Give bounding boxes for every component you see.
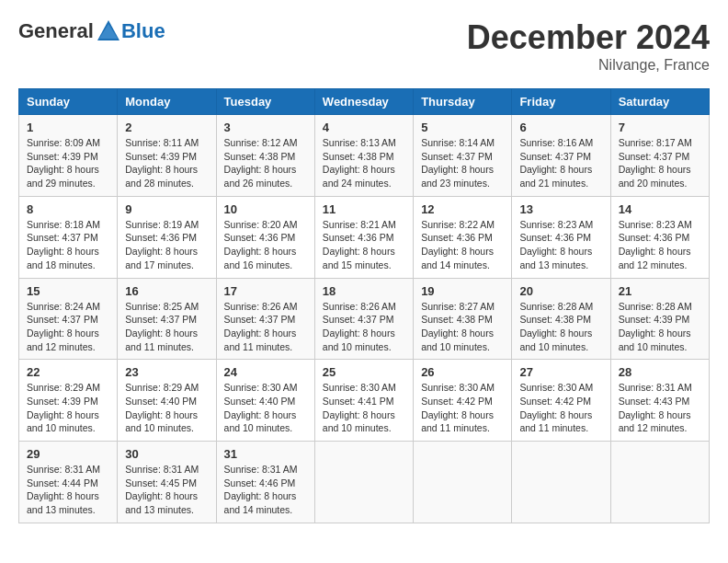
cell-sunrise: Sunrise: 8:30 AM <box>224 382 298 393</box>
svg-marker-1 <box>99 24 118 39</box>
cell-daylight: Daylight: 8 hours and 10 minutes. <box>619 327 691 352</box>
cell-sunrise: Sunrise: 8:31 AM <box>125 464 199 475</box>
day-number: 7 <box>619 121 701 134</box>
day-of-week-header: Thursday <box>414 89 512 115</box>
cell-sunset: Sunset: 4:36 PM <box>519 232 591 243</box>
calendar-cell: 1 Sunrise: 8:09 AM Sunset: 4:39 PM Dayli… <box>19 115 118 197</box>
cell-sunrise: Sunrise: 8:18 AM <box>27 219 100 230</box>
cell-sunset: Sunset: 4:37 PM <box>323 314 394 325</box>
day-number: 5 <box>421 121 504 134</box>
cell-sunrise: Sunrise: 8:21 AM <box>323 219 396 230</box>
cell-sunrise: Sunrise: 8:31 AM <box>619 382 692 393</box>
cell-daylight: Daylight: 8 hours and 16 minutes. <box>224 246 297 270</box>
cell-daylight: Daylight: 8 hours and 10 minutes. <box>323 409 395 434</box>
cell-sunset: Sunset: 4:36 PM <box>125 232 197 243</box>
cell-sunrise: Sunrise: 8:22 AM <box>421 219 495 230</box>
day-number: 8 <box>27 202 109 216</box>
day-number: 21 <box>619 284 701 298</box>
cell-daylight: Daylight: 8 hours and 11 minutes. <box>125 327 198 352</box>
calendar-cell: 4 Sunrise: 8:13 AM Sunset: 4:38 PM Dayli… <box>314 115 413 197</box>
calendar-cell: 20 Sunrise: 8:28 AM Sunset: 4:38 PM Dayl… <box>512 278 610 360</box>
calendar-cell: 2 Sunrise: 8:11 AM Sunset: 4:39 PM Dayli… <box>118 115 216 197</box>
cell-sunset: Sunset: 4:38 PM <box>519 314 591 325</box>
cell-daylight: Daylight: 8 hours and 13 minutes. <box>125 490 198 515</box>
day-number: 19 <box>421 284 504 298</box>
location-text: Nilvange, France <box>467 57 710 74</box>
cell-daylight: Daylight: 8 hours and 10 minutes. <box>224 409 297 434</box>
day-number: 6 <box>519 121 602 134</box>
cell-sunset: Sunset: 4:39 PM <box>27 151 98 162</box>
calendar-cell <box>314 442 413 523</box>
calendar-header-row: SundayMondayTuesdayWednesdayThursdayFrid… <box>19 89 710 115</box>
calendar-cell: 9 Sunrise: 8:19 AM Sunset: 4:36 PM Dayli… <box>118 196 216 278</box>
calendar-cell: 13 Sunrise: 8:23 AM Sunset: 4:36 PM Dayl… <box>512 196 610 278</box>
cell-daylight: Daylight: 8 hours and 10 minutes. <box>421 327 494 352</box>
cell-sunrise: Sunrise: 8:12 AM <box>224 137 298 148</box>
cell-sunset: Sunset: 4:42 PM <box>519 396 591 407</box>
cell-daylight: Daylight: 8 hours and 24 minutes. <box>323 164 395 189</box>
cell-sunset: Sunset: 4:40 PM <box>125 396 197 407</box>
calendar-week-row: 22 Sunrise: 8:29 AM Sunset: 4:39 PM Dayl… <box>19 360 710 442</box>
day-number: 22 <box>27 365 109 379</box>
calendar-cell: 31 Sunrise: 8:31 AM Sunset: 4:46 PM Dayl… <box>216 442 314 523</box>
cell-sunrise: Sunrise: 8:23 AM <box>619 219 692 230</box>
cell-sunrise: Sunrise: 8:30 AM <box>519 382 593 393</box>
calendar-cell: 25 Sunrise: 8:30 AM Sunset: 4:41 PM Dayl… <box>314 360 413 442</box>
day-number: 9 <box>125 202 208 216</box>
cell-sunrise: Sunrise: 8:16 AM <box>519 137 593 148</box>
cell-sunrise: Sunrise: 8:09 AM <box>27 137 100 148</box>
cell-sunset: Sunset: 4:41 PM <box>323 396 394 407</box>
cell-daylight: Daylight: 8 hours and 10 minutes. <box>519 327 592 352</box>
day-number: 20 <box>519 284 602 298</box>
day-of-week-header: Friday <box>512 89 610 115</box>
cell-daylight: Daylight: 8 hours and 18 minutes. <box>27 246 99 270</box>
day-number: 14 <box>619 202 701 216</box>
day-of-week-header: Wednesday <box>314 89 413 115</box>
cell-sunset: Sunset: 4:37 PM <box>519 151 591 162</box>
cell-sunset: Sunset: 4:46 PM <box>224 477 296 488</box>
calendar-week-row: 8 Sunrise: 8:18 AM Sunset: 4:37 PM Dayli… <box>19 196 710 278</box>
cell-sunrise: Sunrise: 8:13 AM <box>323 137 396 148</box>
cell-sunrise: Sunrise: 8:20 AM <box>224 219 298 230</box>
cell-sunrise: Sunrise: 8:24 AM <box>27 301 100 312</box>
calendar-cell: 29 Sunrise: 8:31 AM Sunset: 4:44 PM Dayl… <box>19 442 118 523</box>
calendar-cell: 10 Sunrise: 8:20 AM Sunset: 4:36 PM Dayl… <box>216 196 314 278</box>
calendar-cell: 8 Sunrise: 8:18 AM Sunset: 4:37 PM Dayli… <box>19 196 118 278</box>
cell-sunset: Sunset: 4:37 PM <box>421 151 493 162</box>
cell-sunrise: Sunrise: 8:25 AM <box>125 301 199 312</box>
cell-sunset: Sunset: 4:39 PM <box>27 396 98 407</box>
cell-sunrise: Sunrise: 8:28 AM <box>519 301 593 312</box>
cell-sunset: Sunset: 4:36 PM <box>323 232 394 243</box>
logo: General Blue <box>18 18 165 44</box>
title-block: December 2024 Nilvange, France <box>467 18 710 74</box>
cell-daylight: Daylight: 8 hours and 14 minutes. <box>421 246 494 270</box>
day-number: 29 <box>27 447 109 461</box>
cell-sunset: Sunset: 4:42 PM <box>421 396 493 407</box>
calendar-cell: 22 Sunrise: 8:29 AM Sunset: 4:39 PM Dayl… <box>19 360 118 442</box>
calendar-cell: 14 Sunrise: 8:23 AM Sunset: 4:36 PM Dayl… <box>610 196 709 278</box>
calendar-cell: 7 Sunrise: 8:17 AM Sunset: 4:37 PM Dayli… <box>610 115 709 197</box>
day-number: 4 <box>323 121 405 134</box>
cell-sunrise: Sunrise: 8:14 AM <box>421 137 495 148</box>
month-title: December 2024 <box>467 18 710 57</box>
cell-sunrise: Sunrise: 8:26 AM <box>323 301 396 312</box>
cell-daylight: Daylight: 8 hours and 17 minutes. <box>125 246 198 270</box>
cell-daylight: Daylight: 8 hours and 14 minutes. <box>224 490 297 515</box>
cell-daylight: Daylight: 8 hours and 26 minutes. <box>224 164 297 189</box>
cell-daylight: Daylight: 8 hours and 23 minutes. <box>421 164 494 189</box>
cell-daylight: Daylight: 8 hours and 12 minutes. <box>619 409 691 434</box>
cell-daylight: Daylight: 8 hours and 13 minutes. <box>519 246 592 270</box>
cell-sunrise: Sunrise: 8:26 AM <box>224 301 298 312</box>
day-number: 18 <box>323 284 405 298</box>
calendar-cell: 15 Sunrise: 8:24 AM Sunset: 4:37 PM Dayl… <box>19 278 118 360</box>
calendar-cell <box>610 442 709 523</box>
day-number: 1 <box>27 121 109 134</box>
calendar-cell: 6 Sunrise: 8:16 AM Sunset: 4:37 PM Dayli… <box>512 115 610 197</box>
day-number: 30 <box>125 447 208 461</box>
cell-sunset: Sunset: 4:36 PM <box>421 232 493 243</box>
cell-daylight: Daylight: 8 hours and 12 minutes. <box>27 327 99 352</box>
day-number: 23 <box>125 365 208 379</box>
calendar-cell: 16 Sunrise: 8:25 AM Sunset: 4:37 PM Dayl… <box>118 278 216 360</box>
cell-daylight: Daylight: 8 hours and 10 minutes. <box>323 327 395 352</box>
cell-sunset: Sunset: 4:39 PM <box>619 314 690 325</box>
